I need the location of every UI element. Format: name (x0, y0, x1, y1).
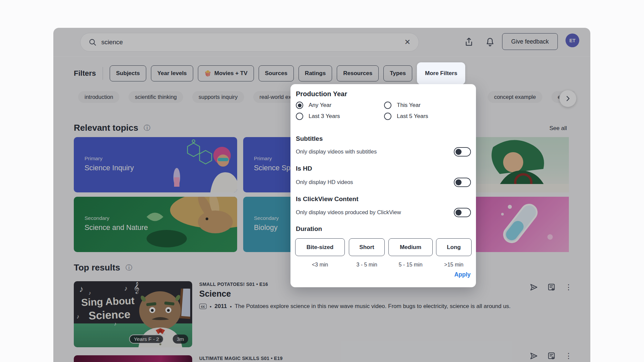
duration-long-button[interactable]: Long (436, 238, 472, 256)
duration-caption: 3 - 5 min (349, 262, 385, 268)
radio-any-year[interactable]: Any Year (296, 102, 384, 109)
production-year-options: Any Year This Year Last 3 Years Last 5 Y… (296, 102, 428, 120)
radio-icon (384, 102, 391, 109)
radio-label: Last 5 Years (397, 113, 428, 120)
radio-label: Any Year (309, 102, 331, 109)
duration-bite-sized-button[interactable]: Bite-sized (295, 238, 345, 256)
radio-this-year[interactable]: This Year (384, 102, 428, 109)
app-window: ✕ Give feedback ET Filters Subjects Year… (53, 28, 590, 362)
radio-selected-icon (296, 102, 303, 109)
duration-medium-button[interactable]: Medium (388, 238, 433, 256)
subtitles-toggle[interactable] (454, 147, 471, 157)
radio-last-5-years[interactable]: Last 5 Years (384, 113, 428, 120)
is-hd-description: Only display HD videos (296, 179, 353, 185)
duration-caption: <3 min (295, 262, 345, 268)
production-year-title: Production Year (296, 90, 347, 98)
is-clickview-description: Only display videos produced by ClickVie… (296, 209, 401, 216)
radio-last-3-years[interactable]: Last 3 Years (296, 113, 384, 120)
is-hd-toggle[interactable] (454, 178, 471, 187)
page: ✕ Give feedback ET Filters Subjects Year… (0, 0, 644, 362)
subtitles-description: Only display videos with subtitles (296, 148, 377, 155)
radio-label: This Year (397, 102, 421, 109)
apply-button[interactable]: Apply (454, 271, 471, 278)
duration-short-button[interactable]: Short (349, 238, 385, 256)
radio-label: Last 3 Years (309, 113, 340, 120)
subtitles-title: Subtitles (296, 135, 323, 142)
is-hd-title: Is HD (296, 165, 312, 172)
duration-title: Duration (296, 225, 322, 233)
filter-button-more-filters[interactable]: More Filters (417, 62, 465, 84)
duration-caption: 5 - 15 min (388, 262, 433, 268)
radio-icon (384, 113, 391, 120)
radio-icon (296, 113, 303, 120)
is-clickview-toggle[interactable] (454, 208, 471, 217)
more-filters-panel: Production Year Any Year This Year Last … (290, 84, 476, 287)
is-clickview-title: Is ClickView Content (296, 195, 359, 203)
duration-caption: >15 min (436, 262, 472, 268)
